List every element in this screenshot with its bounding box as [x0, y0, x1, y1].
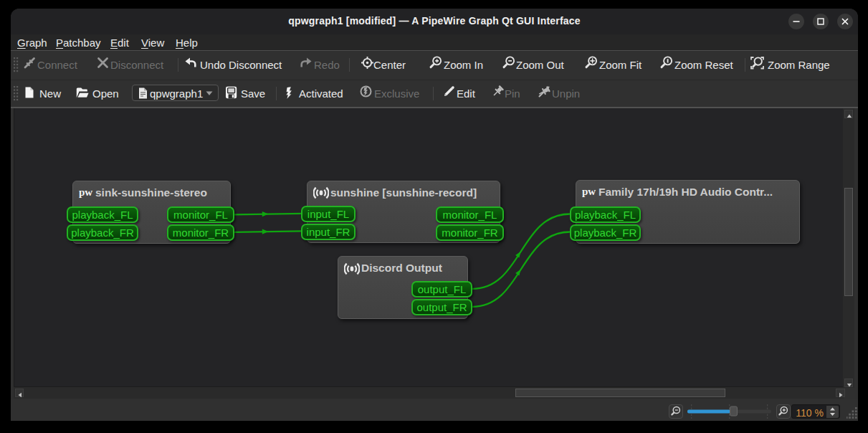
svg-text:pw: pw: [79, 186, 92, 198]
svg-text:pw: pw: [582, 186, 596, 197]
